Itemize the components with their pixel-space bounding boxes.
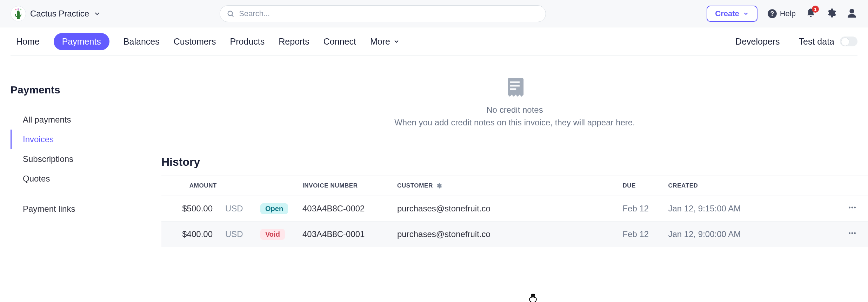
search-icon — [227, 10, 234, 18]
row-actions-button[interactable] — [843, 196, 868, 222]
nav-test-data: Test data — [799, 37, 834, 47]
svg-point-0 — [15, 8, 16, 10]
cell-created: Jan 12, 9:00:00 AM — [664, 222, 843, 247]
sidebar-item-invoices[interactable]: Invoices — [11, 130, 147, 149]
svg-point-1 — [18, 8, 19, 10]
status-badge: Open — [260, 203, 288, 214]
nav-payments[interactable]: Payments — [54, 33, 109, 50]
nav-products[interactable]: Products — [230, 33, 265, 50]
col-created: Created — [664, 176, 843, 196]
more-horizontal-icon — [848, 229, 857, 238]
svg-point-15 — [852, 232, 853, 234]
svg-point-12 — [852, 207, 853, 209]
table-header: Amount Invoice number Customer Due Creat… — [161, 176, 868, 196]
svg-line-4 — [232, 15, 233, 17]
svg-point-16 — [854, 232, 856, 234]
notifications-button[interactable]: 1 — [806, 8, 816, 19]
nav-more[interactable]: More — [370, 33, 400, 50]
svg-rect-8 — [510, 81, 520, 83]
cell-invoice-number: 403A4B8C-0001 — [298, 222, 393, 247]
cell-customer: purchases@stonefruit.co — [393, 222, 618, 247]
chevron-down-icon — [93, 10, 101, 18]
chevron-down-icon — [393, 38, 400, 45]
status-badge: Void — [260, 229, 285, 240]
sidebar-item-quotes[interactable]: Quotes — [11, 169, 147, 189]
col-customer: Customer — [393, 176, 618, 196]
col-status — [256, 176, 298, 196]
cell-amount: $500.00 — [161, 196, 221, 222]
nav-home[interactable]: Home — [16, 33, 40, 50]
table-row[interactable]: $500.00 USD Open 403A4B8C-0002 purchases… — [161, 196, 868, 222]
create-label: Create — [715, 9, 739, 18]
cell-due: Feb 12 — [618, 196, 664, 222]
notification-count: 1 — [812, 6, 819, 13]
col-currency — [221, 176, 256, 196]
cell-amount: $400.00 — [161, 222, 221, 247]
col-due: Due — [618, 176, 664, 196]
sidebar: Payments All payments Invoices Subscript… — [0, 56, 147, 247]
search-input[interactable] — [220, 5, 546, 22]
credit-notes-empty-state: No credit notes When you add credit note… — [161, 63, 868, 145]
nav-customers[interactable]: Customers — [174, 33, 216, 50]
sidebar-item-payment-links[interactable]: Payment links — [11, 199, 147, 219]
more-horizontal-icon — [848, 203, 857, 212]
gear-icon[interactable] — [436, 183, 442, 189]
svg-point-13 — [854, 207, 856, 209]
svg-point-11 — [849, 207, 850, 209]
content: No credit notes When you add credit note… — [147, 56, 868, 247]
help-button[interactable]: ? Help — [767, 9, 796, 19]
org-name: Cactus Practice — [30, 9, 89, 19]
org-switcher[interactable]: Cactus Practice — [11, 6, 101, 21]
account-button[interactable] — [846, 7, 857, 20]
cell-status: Void — [256, 222, 298, 247]
nav-connect[interactable]: Connect — [323, 33, 356, 50]
cell-status: Open — [256, 196, 298, 222]
receipt-icon — [505, 77, 525, 99]
help-label: Help — [780, 9, 796, 18]
svg-rect-10 — [510, 88, 516, 90]
svg-text:?: ? — [770, 10, 774, 17]
history-table: Amount Invoice number Customer Due Creat… — [161, 176, 868, 247]
svg-point-14 — [849, 232, 850, 234]
empty-subtitle: When you add credit notes on this invoic… — [394, 118, 635, 127]
search-wrap — [220, 5, 546, 22]
settings-button[interactable] — [826, 8, 836, 19]
sidebar-title: Payments — [11, 84, 147, 96]
sidebar-list: All payments Invoices Subscriptions Quot… — [11, 110, 147, 219]
nav-developers[interactable]: Developers — [735, 37, 780, 47]
topbar: Cactus Practice Create ? Help 1 — [0, 0, 868, 27]
create-button[interactable]: Create — [707, 6, 757, 22]
col-customer-label: Customer — [397, 182, 433, 189]
main: Payments All payments Invoices Subscript… — [0, 56, 868, 247]
col-amount: Amount — [161, 176, 221, 196]
col-invoice-number: Invoice number — [298, 176, 393, 196]
nav-more-label: More — [370, 37, 390, 47]
table-row[interactable]: $400.00 USD Void 403A4B8C-0001 purchases… — [161, 222, 868, 247]
sidebar-item-all-payments[interactable]: All payments — [11, 110, 147, 130]
cell-currency: USD — [221, 196, 256, 222]
row-actions-button[interactable] — [843, 222, 868, 247]
cell-customer: purchases@stonefruit.co — [393, 196, 618, 222]
nav-balances[interactable]: Balances — [123, 33, 160, 50]
cell-created: Jan 12, 9:15:00 AM — [664, 196, 843, 222]
history-title: History — [161, 156, 868, 169]
cactus-icon — [14, 8, 23, 19]
nav-right: Developers Test data — [735, 37, 857, 47]
gear-icon — [826, 8, 836, 18]
nav-reports[interactable]: Reports — [279, 33, 309, 50]
navbar: Home Payments Balances Customers Product… — [0, 27, 868, 55]
cell-due: Feb 12 — [618, 222, 664, 247]
test-data-toggle[interactable] — [840, 37, 857, 46]
svg-rect-9 — [510, 85, 520, 87]
svg-point-7 — [849, 9, 854, 13]
sidebar-item-subscriptions[interactable]: Subscriptions — [11, 149, 147, 169]
col-actions — [843, 176, 868, 196]
empty-title: No credit notes — [486, 105, 543, 115]
org-logo — [11, 6, 26, 21]
help-icon: ? — [767, 9, 777, 19]
cell-invoice-number: 403A4B8C-0002 — [298, 196, 393, 222]
chevron-down-icon — [743, 11, 749, 17]
svg-point-3 — [228, 11, 233, 15]
topbar-right: Create ? Help 1 — [707, 6, 857, 22]
person-icon — [846, 7, 857, 19]
